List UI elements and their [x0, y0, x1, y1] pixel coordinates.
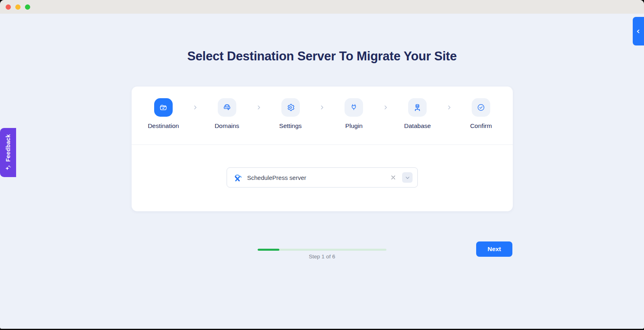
chevron-left-icon	[636, 29, 641, 34]
step-label: Database	[404, 122, 431, 130]
xcloud-logo-icon	[232, 172, 243, 183]
select-value: SchedulePress server	[247, 174, 390, 181]
chevron-down-icon[interactable]	[402, 172, 413, 183]
step-tile	[472, 98, 490, 117]
plug-icon	[349, 103, 358, 112]
feedback-label: Feedback	[5, 134, 11, 162]
minimize-window-button[interactable]	[15, 4, 21, 10]
progress-fill	[258, 249, 279, 251]
close-window-button[interactable]	[6, 4, 11, 10]
feedback-button[interactable]: Feedback	[0, 128, 16, 177]
check-circle-icon	[477, 103, 485, 112]
stepper-step-settings[interactable]: Settings	[259, 98, 322, 130]
app-window: Select Destination Server To Migrate You…	[0, 0, 644, 329]
step-label: Destination	[148, 122, 179, 130]
step-label: Plugin	[345, 122, 363, 130]
step-tile	[218, 98, 236, 117]
step-label: Settings	[279, 122, 302, 130]
stepper-step-database[interactable]: Database	[386, 98, 449, 130]
select-row: SchedulePress server	[132, 167, 513, 188]
step-tile-active	[154, 98, 173, 117]
titlebar	[0, 0, 644, 14]
step-tile	[408, 98, 427, 117]
globe-cursor-icon	[223, 103, 231, 112]
progress-step-label: Step 1 of 6	[258, 254, 386, 260]
maximize-window-button[interactable]	[25, 4, 30, 10]
step-label: Domains	[215, 122, 239, 130]
migration-wizard-card: Destination Domains	[132, 87, 513, 211]
step-tile	[281, 98, 300, 117]
page-title: Select Destination Server To Migrate You…	[0, 49, 644, 64]
close-icon[interactable]	[390, 174, 397, 181]
stepper-step-destination[interactable]: Destination	[132, 98, 195, 130]
step-label: Confirm	[470, 122, 492, 130]
progress-bar	[258, 249, 386, 251]
folder-check-icon	[159, 103, 168, 112]
wizard-stepper: Destination Domains	[132, 87, 513, 145]
step-tile	[345, 98, 363, 117]
destination-server-select[interactable]: SchedulePress server	[227, 167, 418, 188]
sparkles-icon	[5, 165, 11, 171]
gear-icon	[286, 103, 295, 112]
stepper-step-plugin[interactable]: Plugin	[322, 98, 386, 130]
stepper-step-confirm[interactable]: Confirm	[449, 98, 513, 130]
database-icon	[413, 103, 422, 112]
next-button[interactable]: Next	[476, 241, 512, 257]
stepper-step-domains[interactable]: Domains	[195, 98, 259, 130]
panel-toggle-button[interactable]	[633, 17, 644, 45]
